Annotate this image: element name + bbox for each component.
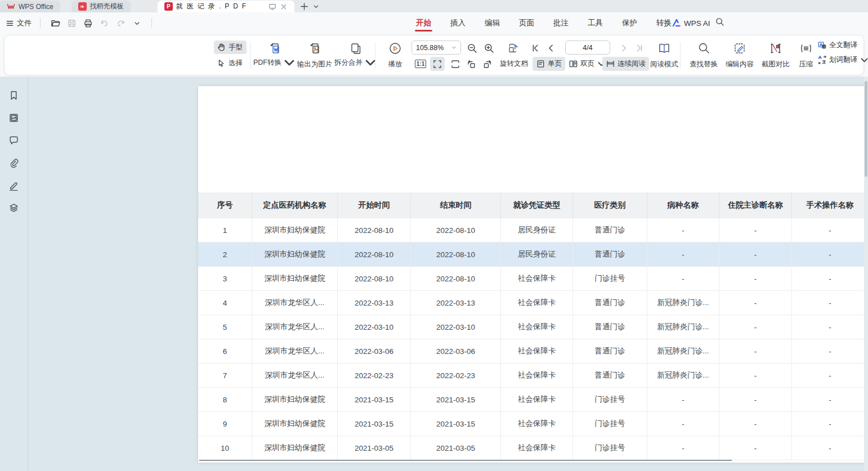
previous-page-button[interactable] [544,41,557,55]
tab-home-label: WPS Office [19,3,53,11]
last-page-button[interactable] [633,41,646,55]
play-label: 播放 [388,60,402,69]
signature-panel-button[interactable] [7,179,21,192]
next-page-button[interactable] [617,41,630,55]
organize-pages-button[interactable] [504,41,521,55]
menu-tools[interactable]: 工具 [587,13,604,33]
table-cell: 新冠肺炎门诊... [647,339,719,364]
table-cell: 2021-03-05 [338,436,411,460]
table-cell: 6 [198,339,252,364]
chevron-down-icon [283,56,296,69]
record-table-body: 1深圳市妇幼保健院2022-08-102022-08-10居民身份证普通门诊--… [198,218,868,460]
table-cell: 2022-03-13 [338,291,411,315]
tab-docer-templates[interactable]: ❧ 找稻壳模板 [71,1,131,12]
table-cell: 新冠肺炎门诊... [647,315,719,339]
file-menu-button[interactable]: 文件 [6,18,32,28]
compress-button[interactable]: 压缩 [795,40,817,71]
vertical-scrollbar[interactable] [864,77,868,471]
table-cell: 深圳市妇幼保健院 [252,267,338,291]
table-cell: 深圳市妇幼保健院 [252,388,338,412]
actual-size-button[interactable]: 1:1 [413,57,428,71]
read-mode-button[interactable]: 阅读模式 [648,40,680,71]
open-file-button[interactable] [49,17,61,29]
tab-list-chevron-icon[interactable] [313,3,319,10]
table-cell: - [719,218,792,243]
comments-panel-button[interactable] [7,134,21,147]
present-to-screen-icon[interactable] [269,3,276,11]
zoom-in-button[interactable] [482,41,495,55]
table-cell: 2021-03-15 [411,388,501,412]
word-translate-button[interactable]: 划词翻译 [817,55,868,65]
column-header: 定点医药机构名称 [252,192,338,218]
table-row: 2深圳市妇幼保健院2022-08-102022-08-10居民身份证普通门诊--… [198,243,868,267]
redo-button[interactable] [114,17,127,29]
chevron-down-icon [364,56,377,69]
menu-convert[interactable]: 转换 [655,13,673,33]
table-cell: - [719,267,792,291]
ribbon-search-button[interactable] [715,17,724,26]
save-button[interactable] [65,17,78,29]
table-cell: 普通门诊 [573,339,647,364]
menu-edit[interactable]: 编辑 [484,13,501,33]
table-cell: 居民身份证 [501,243,573,267]
table-row: 5深圳市龙华区人...2022-03-102022-03-10社会保障卡普通门诊… [198,315,868,339]
fit-page-button[interactable] [448,57,463,71]
tab-wps-home[interactable]: WPS Office [0,1,60,12]
single-page-icon [536,59,545,69]
screenshot-compare-icon [769,42,782,55]
zoom-out-button[interactable] [465,41,478,55]
rotate-right-button[interactable] [480,57,495,71]
hand-tool-button[interactable]: 手型 [214,41,247,54]
split-merge-button[interactable]: 拆分合并 [336,40,375,71]
column-header: 医疗类别 [573,192,647,218]
table-cell: 深圳市龙华区人... [252,291,338,315]
table-cell: - [719,364,792,388]
new-tab-plus-icon[interactable] [300,2,308,11]
table-cell: - [647,243,719,267]
screenshot-compare-button[interactable]: 截图对比 [759,40,793,71]
zoom-level-combobox[interactable]: 105.88% [411,41,461,55]
quick-access-chevron-icon[interactable] [131,17,143,29]
wps-pdf-window: WPS Office ❧ 找稻壳模板 P 就医记录.PDF 文件 [0,0,868,471]
first-page-button[interactable] [528,41,542,55]
scrollbar-thumb[interactable] [865,81,867,177]
attachments-panel-button[interactable] [7,156,21,169]
print-button[interactable] [82,17,94,29]
layers-icon [8,203,19,213]
tab-document-pdf[interactable]: P 就医记录.PDF [158,1,294,12]
table-row: 3深圳市妇幼保健院2022-08-102022-08-10社会保障卡门诊挂号--… [198,267,868,291]
rotate-document-button[interactable]: 旋转文档 [496,57,531,71]
pdf-convert-button[interactable]: PDF转换 [256,40,293,71]
export-as-image-button[interactable]: 输出为图片 [295,40,334,71]
rotate-left-button[interactable] [464,57,478,71]
page-number-input[interactable] [565,41,610,55]
wps-ai-button[interactable]: WPS AI [672,12,710,34]
menu-protect[interactable]: 保护 [621,13,638,33]
image-icon [8,113,19,123]
column-header: 结束时间 [411,192,501,218]
menu-insert[interactable]: 插入 [449,13,467,33]
play-slideshow-button[interactable]: 播放 [383,40,408,71]
find-replace-button[interactable]: 查找替换 [687,40,721,71]
table-row: 8深圳市妇幼保健院2021-03-152021-03-15社会保障卡门诊挂号--… [198,388,868,412]
layers-panel-button[interactable] [7,201,21,214]
wps-ai-logo-icon [672,19,681,28]
close-tab-icon[interactable] [280,3,288,11]
thumbnails-panel-button[interactable] [7,111,21,124]
table-cell: 新冠肺炎门诊... [647,364,719,388]
menu-home[interactable]: 开始 [415,13,432,33]
cursor-icon [217,59,226,68]
single-page-button[interactable]: 单页 [533,57,565,71]
full-text-translate-button[interactable]: 全文翻译 [817,41,868,50]
bookmarks-panel-button[interactable] [7,89,21,102]
continuous-read-button[interactable]: 连续阅读 [602,57,649,71]
menu-page[interactable]: 页面 [518,13,535,33]
table-cell: 8 [198,388,252,412]
undo-button[interactable] [98,17,110,29]
fit-width-button[interactable] [430,57,445,71]
bookmark-icon [8,90,19,101]
table-row: 7深圳市龙华区人...2022-02-232022-02-23社会保障卡普通门诊… [198,364,868,388]
select-tool-button[interactable]: 选择 [214,56,247,70]
edit-content-button[interactable]: 编辑内容 [723,40,757,71]
menu-comment[interactable]: 批注 [552,13,570,33]
